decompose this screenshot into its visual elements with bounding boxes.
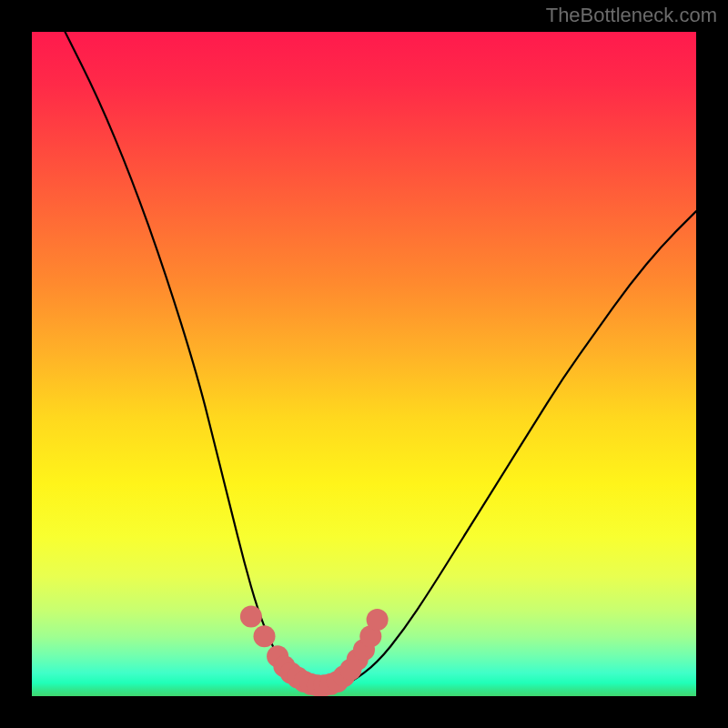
- marker-dot: [254, 625, 276, 647]
- marker-dot: [367, 609, 389, 631]
- plot-area: [32, 32, 696, 696]
- bottleneck-curve: [66, 32, 697, 690]
- watermark-text: TheBottleneck.com: [546, 4, 717, 27]
- chart-svg: [32, 32, 696, 696]
- marker-dot: [240, 605, 262, 627]
